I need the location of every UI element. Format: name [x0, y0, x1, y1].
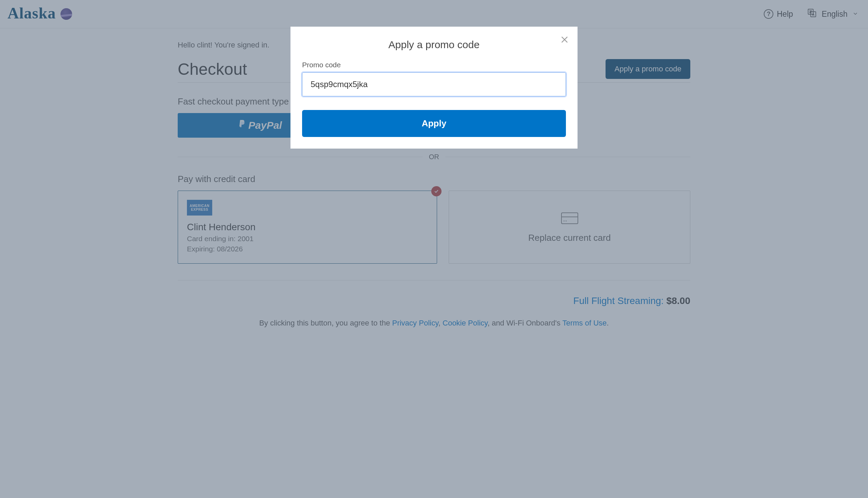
promo-code-input[interactable]	[302, 73, 566, 96]
modal-overlay[interactable]: Apply a promo code Promo code Apply	[0, 0, 868, 498]
apply-button[interactable]: Apply	[302, 110, 566, 137]
close-icon	[560, 35, 569, 46]
modal-title: Apply a promo code	[302, 39, 566, 51]
promo-code-modal: Apply a promo code Promo code Apply	[290, 27, 578, 148]
promo-code-label: Promo code	[302, 61, 566, 69]
close-button[interactable]	[559, 35, 570, 46]
